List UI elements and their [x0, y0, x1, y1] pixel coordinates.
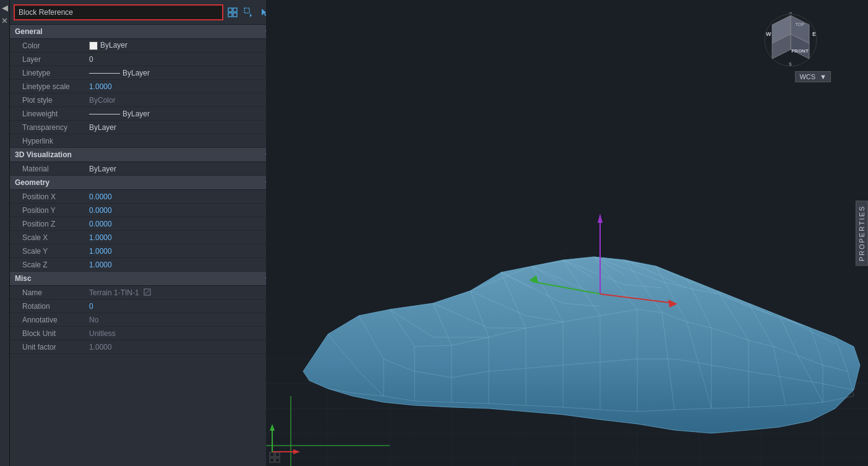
prop-layer-value[interactable]: 0	[84, 55, 275, 64]
prop-position-z-value[interactable]: 0.0000	[84, 220, 275, 228]
svg-rect-166	[275, 452, 280, 457]
prop-name-value[interactable]: Terrain 1-TIN-1	[84, 288, 275, 298]
prop-scale-x: Scale X 1.0000	[10, 231, 275, 244]
prop-unit-factor: Unit factor 1.0000	[10, 340, 275, 354]
prop-scale-z-label: Scale Z	[10, 261, 84, 269]
linetype-line	[89, 73, 120, 74]
properties-content: General ▼ Color ByLayer Layer 0 Linetype…	[10, 25, 275, 466]
wcs-text: WCS	[799, 73, 815, 80]
section-general[interactable]: General ▼	[10, 25, 275, 39]
svg-text:FRONT: FRONT	[791, 48, 809, 54]
prop-scale-z: Scale Z 1.0000	[10, 258, 275, 272]
prop-scale-y: Scale Y 1.0000	[10, 244, 275, 258]
prop-plot-style-value[interactable]: ByColor	[84, 96, 275, 105]
object-type-select[interactable]: Block Reference	[14, 4, 223, 20]
svg-rect-167	[270, 458, 274, 462]
svg-rect-3	[233, 13, 237, 17]
prop-material-label: Material	[10, 165, 84, 173]
prop-scale-y-label: Scale Y	[10, 247, 84, 256]
prop-transparency-value[interactable]: ByLayer	[84, 123, 275, 132]
prop-color: Color ByLayer	[10, 39, 275, 53]
prop-annotative: Annotative No	[10, 313, 275, 327]
prop-linetype-scale: Linetype scale 1.0000	[10, 80, 275, 93]
prop-rotation-label: Rotation	[10, 302, 84, 311]
prop-material: Material ByLayer	[10, 162, 275, 176]
prop-unit-factor-label: Unit factor	[10, 343, 84, 352]
svg-line-7	[145, 290, 149, 294]
prop-position-x: Position X 0.0000	[10, 190, 275, 204]
view-cube-svg: FRONT TOP W E N S	[763, 12, 819, 68]
prop-layer-label: Layer	[10, 55, 84, 64]
prop-linetype-label: Linetype	[10, 69, 84, 77]
prop-lineweight: Lineweight ByLayer	[10, 107, 275, 121]
prop-position-z: Position Z 0.0000	[10, 217, 275, 231]
viewport-bottom-bar	[269, 451, 281, 464]
svg-rect-2	[228, 13, 232, 17]
prop-position-y: Position Y 0.0000	[10, 204, 275, 217]
select-objects-button[interactable]	[242, 6, 256, 19]
viewport-icon-1[interactable]	[269, 451, 281, 464]
prop-plot-style: Plot style ByColor	[10, 93, 275, 107]
view-cube[interactable]: FRONT TOP W E N S	[763, 12, 819, 68]
panel-collapse-button[interactable]: ◀	[1, 2, 9, 13]
prop-scale-z-value[interactable]: 1.0000	[84, 261, 275, 269]
prop-color-label: Color	[10, 41, 84, 50]
prop-position-x-label: Position X	[10, 192, 84, 201]
svg-text:TOP: TOP	[796, 22, 805, 27]
prop-rotation-value[interactable]: 0	[84, 302, 275, 311]
properties-panel: Block Reference	[10, 0, 276, 466]
svg-rect-4	[244, 8, 249, 13]
prop-linetype-scale-label: Linetype scale	[10, 82, 84, 91]
prop-material-value[interactable]: ByLayer	[84, 165, 275, 173]
prop-linetype: Linetype ByLayer	[10, 66, 275, 80]
terrain-viewport-svg	[266, 0, 868, 466]
properties-side-tab[interactable]: PROPERTIES	[856, 201, 868, 265]
prop-lineweight-label: Lineweight	[10, 110, 84, 118]
prop-linetype-value[interactable]: ByLayer	[84, 69, 275, 77]
prop-annotative-value[interactable]: No	[84, 316, 275, 324]
svg-rect-1	[233, 8, 237, 12]
prop-lineweight-value[interactable]: ByLayer	[84, 110, 275, 118]
section-general-label: General	[15, 27, 43, 36]
wcs-label[interactable]: WCS ▼	[795, 71, 831, 82]
svg-rect-168	[275, 458, 280, 462]
3d-viewport[interactable]: FRONT TOP W E N S WCS ▼ PROPERTIES	[266, 0, 868, 466]
panel-header: Block Reference	[10, 0, 275, 25]
section-misc[interactable]: Misc ▼	[10, 272, 275, 286]
properties-panel-container: ◀ ✕ Block Reference	[0, 0, 266, 466]
section-3d-viz[interactable]: 3D Visualization ▼	[10, 148, 275, 162]
prop-transparency-label: Transparency	[10, 123, 84, 132]
prop-block-unit-label: Block Unit	[10, 329, 84, 338]
prop-hyperlink-label: Hyperlink	[10, 137, 84, 145]
prop-block-unit: Block Unit Unitless	[10, 327, 275, 340]
prop-position-x-value[interactable]: 0.0000	[84, 192, 275, 201]
prop-position-y-label: Position Y	[10, 206, 84, 215]
wcs-dropdown[interactable]: ▼	[820, 73, 827, 80]
svg-text:S: S	[789, 62, 792, 66]
prop-hyperlink: Hyperlink	[10, 134, 275, 148]
section-misc-label: Misc	[15, 274, 32, 283]
quick-select-button[interactable]	[226, 6, 239, 19]
prop-color-value[interactable]: ByLayer	[84, 41, 275, 50]
prop-linetype-scale-value[interactable]: 1.0000	[84, 82, 275, 91]
name-edit-button[interactable]	[142, 288, 153, 298]
prop-scale-x-value[interactable]: 1.0000	[84, 233, 275, 242]
color-swatch	[89, 41, 98, 50]
lineweight-line	[89, 114, 120, 114]
prop-rotation: Rotation 0	[10, 300, 275, 313]
section-geometry[interactable]: Geometry ▼	[10, 176, 275, 190]
prop-annotative-label: Annotative	[10, 316, 84, 324]
prop-block-unit-value[interactable]: Unitless	[84, 329, 275, 338]
svg-rect-0	[228, 8, 232, 12]
prop-scale-x-label: Scale X	[10, 233, 84, 242]
prop-name: Name Terrain 1-TIN-1	[10, 286, 275, 300]
prop-name-label: Name	[10, 288, 84, 297]
svg-rect-165	[270, 452, 274, 457]
svg-marker-5	[250, 14, 254, 17]
prop-unit-factor-value[interactable]: 1.0000	[84, 343, 275, 352]
panel-collapse-sidebar: ◀ ✕	[0, 0, 10, 466]
prop-scale-y-value[interactable]: 1.0000	[84, 247, 275, 256]
section-geometry-label: Geometry	[15, 178, 49, 187]
panel-expand-button[interactable]: ✕	[0, 15, 9, 26]
prop-position-y-value[interactable]: 0.0000	[84, 206, 275, 215]
